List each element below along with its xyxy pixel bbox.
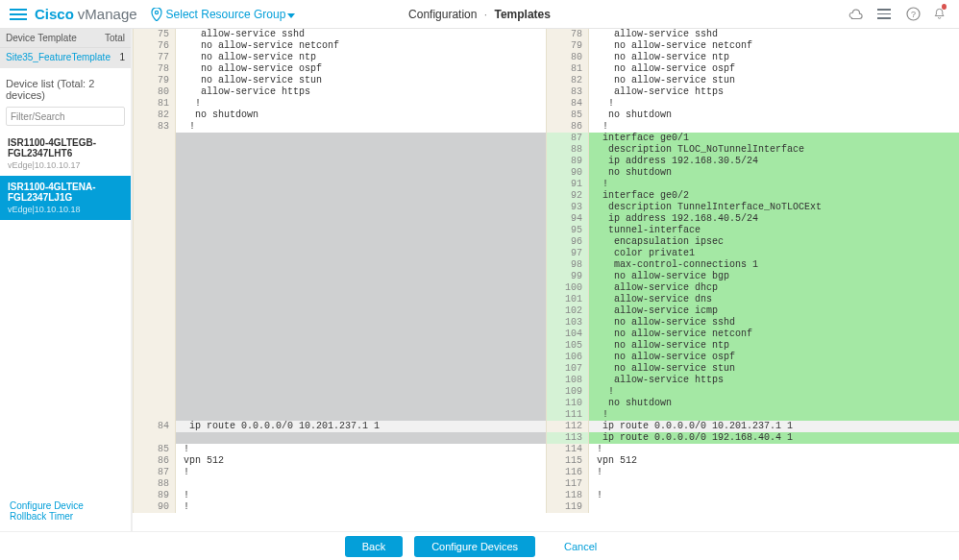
line-number: 103 — [546, 317, 589, 329]
line-content: no allow-service bgp — [589, 271, 959, 282]
line-content — [176, 213, 546, 225]
code-line — [133, 409, 546, 421]
line-number — [133, 386, 176, 398]
line-number: 102 — [546, 305, 589, 317]
rollback-timer-link[interactable]: Configure Device Rollback Timer — [0, 491, 131, 531]
line-number: 89 — [133, 490, 176, 501]
help-icon[interactable]: ? — [905, 7, 921, 22]
line-content: encapsulation ipsec — [589, 236, 959, 248]
line-number — [133, 282, 176, 294]
line-content: no allow-service ospf — [589, 63, 959, 75]
line-number: 115 — [546, 455, 589, 467]
line-content: ip route 0.0.0.0/0 10.201.237.1 1 — [176, 421, 546, 432]
line-content — [176, 363, 546, 375]
line-number: 81 — [546, 63, 589, 75]
line-content — [176, 409, 546, 421]
line-content: allow-service sshd — [176, 29, 546, 40]
line-content — [176, 259, 546, 271]
menu-icon[interactable] — [876, 7, 892, 22]
line-content: no allow-service ntp — [176, 52, 546, 63]
line-content — [589, 501, 959, 513]
line-content — [176, 271, 546, 282]
breadcrumb-current: Templates — [494, 8, 550, 21]
code-line — [133, 213, 546, 225]
device-name: ISR1100-4GLTENA-FGL2347LJ1G — [8, 182, 123, 203]
template-row[interactable]: Site35_FeatureTemplate 1 — [0, 48, 131, 68]
code-line: 114! — [546, 444, 959, 455]
device-item[interactable]: ISR1100-4GLTENA-FGL2347LJ1GvEdge|10.10.1… — [0, 176, 131, 220]
line-number: 87 — [546, 133, 589, 144]
svg-point-0 — [155, 11, 158, 13]
code-line: 96 encapsulation ipsec — [546, 236, 959, 248]
code-line: 90! — [133, 501, 546, 513]
pin-icon[interactable] — [151, 8, 162, 21]
device-item[interactable]: ISR1100-4GLTEGB-FGL2347LHT6vEdge|10.10.1… — [0, 132, 131, 176]
line-number: 97 — [546, 248, 589, 259]
line-number: 101 — [546, 294, 589, 305]
cancel-button[interactable]: Cancel — [547, 536, 614, 557]
line-content: no allow-service ospf — [176, 63, 546, 75]
hamburger-icon[interactable] — [10, 9, 27, 20]
code-line — [133, 202, 546, 213]
line-content — [176, 478, 546, 490]
line-content: ! — [589, 98, 959, 110]
top-bar: Cisco vManage Select Resource Group Conf… — [0, 0, 959, 29]
configure-devices-button[interactable]: Configure Devices — [414, 536, 535, 557]
breadcrumb-parent: Configuration — [408, 8, 477, 21]
diff-right-pane[interactable]: 78 allow-service sshd79 no allow-service… — [546, 29, 959, 531]
back-button[interactable]: Back — [345, 536, 403, 557]
line-number: 90 — [546, 167, 589, 179]
code-line — [133, 352, 546, 363]
line-content — [176, 282, 546, 294]
line-content: no allow-service stun — [589, 363, 959, 375]
line-content: no allow-service ntp — [589, 52, 959, 63]
code-line — [133, 317, 546, 329]
line-number: 88 — [546, 144, 589, 156]
line-content: max-control-connections 1 — [589, 259, 959, 271]
line-content: no allow-service ntp — [589, 340, 959, 352]
code-line: 104 no allow-service netconf — [546, 329, 959, 340]
diff-left-pane[interactable]: 75 allow-service sshd76 no allow-service… — [133, 29, 546, 531]
line-number — [133, 294, 176, 305]
code-line: 112 ip route 0.0.0.0/0 10.201.237.1 1 — [546, 421, 959, 432]
bell-icon[interactable] — [934, 7, 949, 22]
code-line: 108 allow-service https — [546, 375, 959, 386]
line-content: description TunnelInterface_NoTLOCExt — [589, 202, 959, 213]
resource-group-select[interactable]: Select Resource Group — [166, 8, 296, 21]
line-content — [176, 329, 546, 340]
code-line: 82 no shutdown — [133, 110, 546, 121]
code-line: 81 ! — [133, 98, 546, 110]
code-line — [133, 398, 546, 409]
line-content: tunnel-interface — [589, 225, 959, 236]
line-number: 78 — [133, 63, 176, 75]
line-number: 110 — [546, 398, 589, 409]
template-count: 1 — [119, 52, 125, 62]
cloud-icon[interactable] — [848, 7, 863, 22]
code-line: 91 ! — [546, 179, 959, 190]
line-content: allow-service dhcp — [589, 282, 959, 294]
line-number: 81 — [133, 98, 176, 110]
code-line: 98 max-control-connections 1 — [546, 259, 959, 271]
code-line — [133, 144, 546, 156]
code-line: 113 ip route 0.0.0.0/0 192.168.40.4 1 — [546, 432, 959, 444]
code-line: 95 tunnel-interface — [546, 225, 959, 236]
line-number: 109 — [546, 386, 589, 398]
code-line — [133, 248, 546, 259]
line-number: 107 — [546, 363, 589, 375]
line-content — [176, 225, 546, 236]
code-line — [133, 386, 546, 398]
line-content: no allow-service sshd — [589, 317, 959, 329]
line-number: 86 — [546, 121, 589, 133]
line-number: 104 — [546, 329, 589, 340]
line-content — [589, 478, 959, 490]
code-line — [133, 156, 546, 167]
code-line — [133, 179, 546, 190]
line-number — [133, 133, 176, 144]
line-number: 79 — [546, 40, 589, 52]
filter-placeholder: Filter/Search — [11, 111, 65, 122]
line-content — [176, 190, 546, 202]
filter-input[interactable]: Filter/Search — [6, 107, 125, 126]
code-line: 83 ! — [133, 121, 546, 133]
code-line — [133, 375, 546, 386]
line-number — [133, 340, 176, 352]
